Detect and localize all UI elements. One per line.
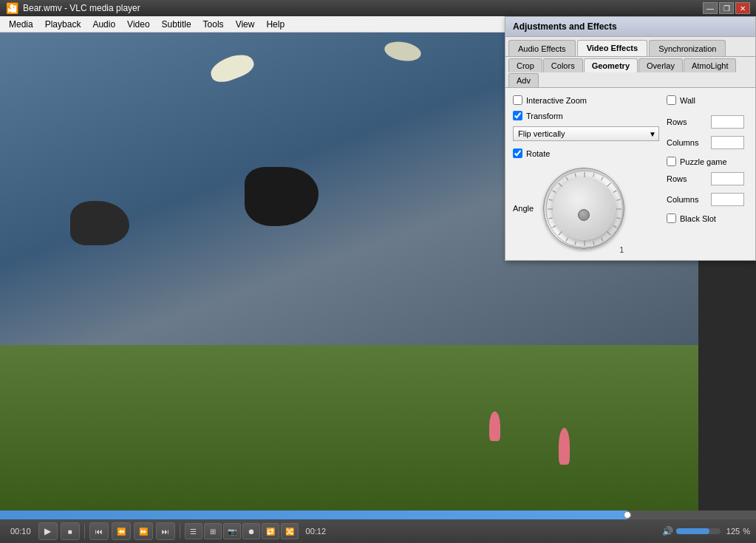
separator-2 [180,524,180,539]
puzzle-rows-row: Rows [667,172,748,185]
menu-audio[interactable]: Audio [86,18,121,31]
black-slot-checkbox[interactable] [667,214,676,223]
menu-subtitle[interactable]: Subtitle [156,18,197,31]
stop-button[interactable]: ■ [61,522,80,540]
volume-area: 🔊 125 % [662,526,750,536]
wall-label: Wall [680,96,695,105]
volume-fill [676,528,709,534]
transform-checkbox[interactable] [513,111,522,120]
svg-line-9 [613,226,616,228]
loop-button[interactable]: 🔁 [262,523,279,539]
puzzle-section: Puzzle game Rows Columns Black Slot [667,157,748,223]
record-button[interactable]: ⏺ [242,523,260,539]
svg-line-2 [593,174,594,177]
flip-dropdown-wrap: No transform Rotate by 90 degrees Rotate… [513,126,659,141]
tab-audio-effects[interactable]: Audio Effects [508,40,576,56]
app-icon: 🎦 [6,2,18,14]
knob-outer[interactable] [543,168,624,249]
volume-bar[interactable] [676,528,721,534]
flamingo-1 [489,411,500,441]
rotate-checkbox[interactable] [513,148,522,158]
time-total: 00:12 [306,527,327,536]
progress-bar[interactable] [0,510,756,519]
left-column: Interactive Zoom Transform No transform … [513,95,659,253]
svg-line-14 [575,241,576,245]
tab-atmoslight[interactable]: AtmoLight [684,58,737,72]
tab-synchronization[interactable]: Synchronization [649,40,726,56]
wall-checkbox[interactable] [667,95,676,105]
snapshot-button[interactable]: 📷 [223,523,241,539]
wall-row: Wall [667,95,748,105]
knob-ticks-svg [544,168,625,250]
progress-handle[interactable] [624,511,631,519]
wall-columns-input[interactable] [711,136,744,149]
wall-columns-label: Columns [667,138,707,147]
menu-playback[interactable]: Playback [39,18,87,31]
menu-media[interactable]: Media [3,18,39,31]
svg-line-8 [617,218,621,219]
controls-bar: 00:10 ▶ ■ ⏮ ⏪ ⏩ ⏭ ☰ ⊞ 📷 ⏺ 🔁 🔀 00:12 🔊 12… [0,519,756,543]
knob-container[interactable]: 1 [539,164,628,253]
black-slot-label: Black Slot [680,214,716,223]
puzzle-columns-input[interactable] [711,193,744,206]
window-title: Bear.wmv - VLC media player [23,3,703,13]
interactive-zoom-row: Interactive Zoom [513,95,659,105]
volume-icon: 🔊 [662,526,673,536]
tab-crop[interactable]: Crop [508,58,542,72]
maximize-button[interactable]: ❐ [719,2,734,14]
next-media-button[interactable]: ⏭ [156,522,175,540]
tab-geometry[interactable]: Geometry [584,58,638,72]
tab-adv[interactable]: Adv [508,73,539,87]
menu-help[interactable]: Help [260,18,290,31]
puzzle-rows-label: Rows [667,174,707,183]
menu-view[interactable]: View [230,18,261,31]
volume-percent-sign: % [743,527,750,536]
svg-line-24 [575,174,576,177]
svg-line-3 [602,177,604,180]
transform-label: Transform [526,112,563,120]
wall-rows-label: Rows [667,117,707,126]
tab-colors[interactable]: Colors [543,58,583,72]
svg-line-10 [607,231,611,235]
playlist-button[interactable]: ☰ [185,523,202,539]
play-button[interactable]: ▶ [38,522,58,540]
svg-line-23 [566,177,568,180]
tab-video-effects[interactable]: Video Effects [577,40,648,56]
fast-forward-button[interactable]: ⏩ [134,522,153,540]
random-button[interactable]: 🔀 [281,523,299,539]
svg-point-0 [546,171,623,247]
title-bar: 🎦 Bear.wmv - VLC media player — ❐ ✕ [0,0,756,16]
window-controls: — ❐ ✕ [703,2,750,14]
svg-line-15 [566,238,568,241]
interactive-zoom-checkbox[interactable] [513,95,522,105]
svg-line-16 [559,231,562,235]
bottom-bar: 00:10 ▶ ■ ⏮ ⏪ ⏩ ⏭ ☰ ⊞ 📷 ⏺ 🔁 🔀 00:12 🔊 12… [0,510,756,543]
svg-line-22 [559,183,562,187]
transform-row: Transform [513,111,659,120]
menu-video[interactable]: Video [121,18,155,31]
time-current: 00:10 [10,527,31,536]
menu-tools[interactable]: Tools [197,18,230,31]
angle-section: Angle [513,164,659,253]
rewind-button[interactable]: ⏪ [112,522,131,540]
separator-1 [84,524,85,539]
puzzle-rows-input[interactable] [711,172,744,185]
prev-media-button[interactable]: ⏮ [89,522,109,540]
puzzle-checkbox[interactable] [667,157,676,166]
rotate-row: Rotate [513,148,659,158]
wall-rows-row: Rows [667,115,748,129]
panel-title: Adjustments and Effects [505,17,755,37]
puzzle-columns-row: Columns [667,193,748,206]
minimize-button[interactable]: — [703,2,718,14]
wall-rows-input[interactable] [711,115,744,129]
interactive-zoom-label: Interactive Zoom [526,96,587,105]
flip-select[interactable]: No transform Rotate by 90 degrees Rotate… [513,126,659,141]
right-column: Wall Rows Columns Puzzle game Rows [667,95,748,253]
flip-dropdown-row: No transform Rotate by 90 degrees Rotate… [513,126,659,141]
close-button[interactable]: ✕ [735,2,750,14]
tab-row-1: Audio Effects Video Effects Synchronizat… [505,37,755,57]
black-slot-row: Black Slot [667,214,748,223]
extended-settings-button[interactable]: ⊞ [204,523,222,539]
knob-area: Angle [513,164,659,253]
tab-overlay[interactable]: Overlay [638,58,683,72]
